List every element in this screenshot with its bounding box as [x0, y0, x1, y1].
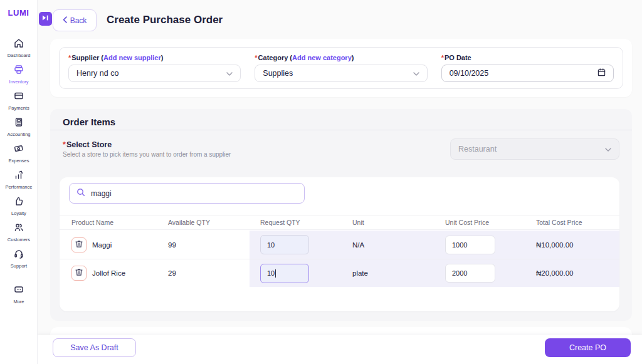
- create-po-button[interactable]: Create PO: [545, 338, 631, 357]
- calendar-icon: [597, 68, 606, 78]
- product-cell: Jollof Rice: [71, 266, 168, 281]
- col-unit: Unit: [352, 219, 445, 226]
- unit-cost-input[interactable]: [445, 264, 495, 283]
- sidebar-item-payments[interactable]: Payments: [0, 90, 38, 111]
- select-store-row: *Select Store Select a store to pick ite…: [63, 137, 619, 162]
- supplier-label: *Supplier (Add new supplier): [68, 54, 241, 61]
- remove-item-button[interactable]: [71, 266, 87, 281]
- select-store-hint: Select a store to pick items you want to…: [63, 151, 231, 158]
- supplier-field: *Supplier (Add new supplier) Henry nd co: [68, 54, 241, 82]
- chart-icon: [13, 169, 24, 183]
- chevron-down-icon: [605, 145, 611, 153]
- sidebar-item-more[interactable]: More: [0, 284, 38, 304]
- po-date-label: *PO Date: [441, 54, 614, 61]
- supplier-select[interactable]: Henry nd co: [68, 65, 241, 82]
- table-header: Product Name Available QTY Request QTY U…: [60, 215, 619, 230]
- po-date-field: *PO Date 09/10/2025: [441, 54, 614, 82]
- request-qty-input[interactable]: [260, 235, 309, 254]
- col-request-qty: Request QTY: [260, 219, 352, 226]
- available-qty: 29: [168, 269, 260, 277]
- required-mark: *: [63, 140, 66, 149]
- sidebar-item-label: Loyalty: [11, 211, 26, 216]
- card-icon: [13, 90, 24, 104]
- table-body: Maggi 99 N/A ₦10,000.00 Jollof Rice: [60, 231, 619, 287]
- sidebar-item-label: More: [13, 299, 24, 304]
- add-new-category-link[interactable]: Add new category: [292, 54, 352, 61]
- search-icon: [76, 188, 85, 199]
- request-qty-input[interactable]: [260, 264, 309, 283]
- select-store-label: *Select Store: [63, 140, 231, 149]
- product-search[interactable]: [69, 183, 305, 204]
- sidebar-collapse-toggle[interactable]: [39, 12, 52, 26]
- store-select[interactable]: Restaurant: [450, 138, 619, 160]
- sidebar-item-dashboard[interactable]: Dashboard: [0, 38, 38, 58]
- table-row: Maggi 99 N/A ₦10,000.00: [60, 231, 619, 259]
- po-details-card: *Supplier (Add new supplier) Henry nd co…: [50, 39, 632, 97]
- unit: N/A: [352, 241, 445, 249]
- total-cost: ₦10,000.00: [536, 241, 619, 249]
- add-new-supplier-link[interactable]: Add new supplier: [103, 54, 161, 61]
- items-table-card: Product Name Available QTY Request QTY U…: [60, 177, 619, 311]
- save-as-draft-button[interactable]: Save As Draft: [53, 338, 136, 357]
- po-fields-group: *Supplier (Add new supplier) Henry nd co…: [59, 47, 623, 89]
- category-select[interactable]: Supplies: [255, 65, 427, 82]
- sidebar-item-label: Payments: [8, 105, 29, 111]
- available-qty: 99: [168, 241, 260, 249]
- calculator-icon: [13, 117, 24, 130]
- money-icon: [13, 143, 24, 157]
- sidebar-item-label: Inventory: [9, 79, 29, 85]
- sidebar-item-label: Performance: [6, 184, 33, 190]
- trash-icon: [75, 268, 83, 278]
- required-mark: *: [255, 54, 257, 61]
- lumi-logo: LUMI: [0, 8, 37, 18]
- store-value: Restaurant: [458, 145, 497, 153]
- required-mark: *: [68, 54, 71, 61]
- unit-cost-input[interactable]: [445, 236, 495, 254]
- chevron-left-icon: [63, 16, 67, 25]
- total-cost: ₦20,000.00: [536, 269, 619, 277]
- sidebar-item-label: Customers: [8, 237, 30, 242]
- po-date-input[interactable]: 09/10/2025: [441, 65, 614, 82]
- sidebar-item-accounting[interactable]: Accounting: [0, 117, 38, 137]
- sidebar-item-performance[interactable]: Performance: [0, 169, 38, 190]
- back-label: Back: [70, 16, 87, 25]
- sidebar-item-support[interactable]: Support: [0, 248, 38, 269]
- headset-icon: [13, 248, 24, 262]
- thumbs-up-icon: [13, 195, 24, 209]
- category-value: Supplies: [263, 69, 293, 78]
- supplier-value: Henry nd co: [76, 69, 118, 78]
- remove-item-button[interactable]: [71, 237, 87, 252]
- select-store-labels: *Select Store Select a store to pick ite…: [63, 140, 231, 158]
- chevron-down-icon: [226, 69, 233, 78]
- category-field: *Category (Add new category) Supplies: [255, 54, 427, 82]
- sidebar-item-customers[interactable]: Customers: [0, 222, 38, 242]
- more-icon: [13, 284, 24, 298]
- order-items-title: Order Items: [63, 117, 115, 127]
- order-items-section: Order Items *Select Store Select a store…: [50, 109, 632, 321]
- footer-actions-bar: Save As Draft Create PO: [38, 335, 642, 364]
- home-icon: [13, 38, 24, 51]
- product-cell: Maggi: [71, 237, 168, 252]
- product-name: Jollof Rice: [92, 269, 125, 277]
- sidebar-expand-icon: [41, 13, 50, 24]
- sidebar-item-loyalty[interactable]: Loyalty: [0, 195, 38, 216]
- chevron-down-icon: [413, 69, 419, 78]
- store-icon: [13, 64, 24, 78]
- sidebar-nav: Dashboard Inventory Payments Accounting …: [0, 38, 38, 304]
- sidebar-item-inventory[interactable]: Inventory: [0, 64, 38, 85]
- create-purchase-order-page: LUMI Dashboard Inventory Payments Accoun…: [0, 0, 642, 364]
- required-mark: *: [441, 54, 444, 61]
- people-icon: [13, 222, 24, 236]
- divider: [50, 130, 632, 130]
- trash-icon: [75, 240, 83, 250]
- search-input[interactable]: [91, 189, 297, 198]
- col-unit-cost-price: Unit Cost Price: [445, 219, 536, 226]
- sidebar-item-label: Support: [11, 263, 27, 269]
- col-total-cost-price: Total Cost Price: [536, 219, 619, 226]
- sidebar: LUMI Dashboard Inventory Payments Accoun…: [0, 0, 38, 364]
- col-available-qty: Available QTY: [168, 219, 260, 226]
- sidebar-item-expenses[interactable]: Expenses: [0, 143, 38, 164]
- category-label: *Category (Add new category): [255, 54, 427, 61]
- table-row: Jollof Rice 29 plate ₦20,000.00: [60, 259, 619, 287]
- back-button[interactable]: Back: [53, 9, 97, 31]
